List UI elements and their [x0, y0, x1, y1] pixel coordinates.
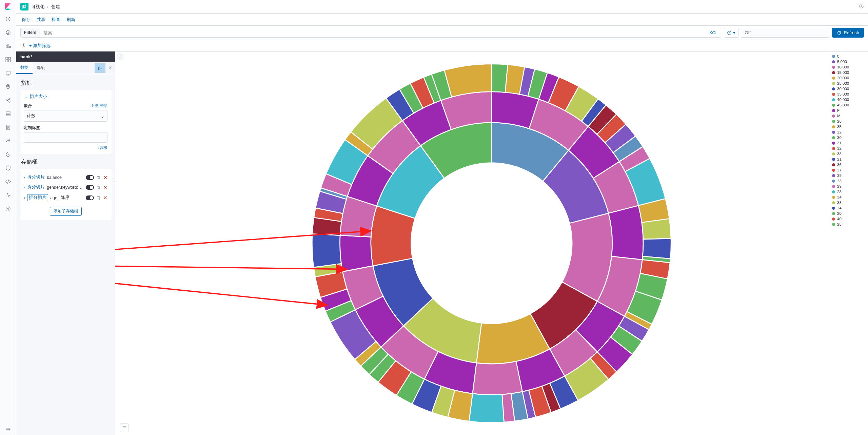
svg-rect-4	[6, 60, 8, 62]
advanced-toggle[interactable]: › 高级	[98, 145, 107, 150]
bucket-remove-icon[interactable]: ✕	[103, 195, 107, 201]
discard-changes-button[interactable]: ✕	[105, 65, 115, 70]
legend-item[interactable]: 30,000	[832, 87, 867, 91]
legend-item[interactable]: 30	[832, 136, 867, 140]
nav-siem-icon[interactable]	[3, 163, 14, 173]
chevron-right-icon[interactable]: ›	[24, 185, 25, 190]
nav-visualize-icon[interactable]	[3, 41, 14, 51]
nav-recent-icon[interactable]	[3, 14, 14, 24]
apply-changes-button[interactable]: ▷	[95, 63, 105, 73]
legend-label: 32	[837, 146, 842, 150]
nav-infra-icon[interactable]	[3, 108, 14, 119]
nav-ml-icon[interactable]	[3, 95, 14, 106]
kibana-logo[interactable]	[4, 3, 12, 11]
nav-uptime-icon[interactable]	[3, 149, 14, 160]
legend-item[interactable]: 35	[832, 125, 867, 129]
legend-item[interactable]: 15,000	[832, 70, 867, 75]
bucket-type[interactable]: 拆分切片	[27, 184, 45, 190]
aggregation-label: 聚合	[24, 103, 32, 109]
drag-handle-icon[interactable]: ⇅	[97, 185, 101, 190]
chevron-right-icon[interactable]: ›	[24, 195, 25, 200]
action-refresh[interactable]: 刷新	[66, 17, 75, 23]
buckets-card: ⋮ ›拆分切片balance⇅✕›拆分切片gender.keyword:...⇅…	[20, 169, 112, 220]
legend-item[interactable]: 34	[832, 195, 867, 199]
legend-item[interactable]: 26	[832, 119, 867, 123]
legend-item[interactable]: 35,000	[832, 92, 867, 96]
bucket-remove-icon[interactable]: ✕	[103, 185, 107, 190]
action-share[interactable]: 共享	[37, 17, 45, 23]
add-filter-link[interactable]: + 添加筛选	[29, 43, 51, 49]
legend-item[interactable]: 29	[832, 184, 867, 188]
nav-devtools-icon[interactable]	[3, 176, 14, 187]
legend-item[interactable]: F	[832, 108, 867, 112]
fullscreen-icon[interactable]	[859, 3, 864, 10]
legend-item[interactable]: 40,000	[832, 98, 867, 102]
timepicker-range[interactable]: Off	[741, 28, 829, 38]
legend-color-swatch	[832, 180, 835, 183]
legend-item[interactable]: 21	[832, 157, 867, 161]
nav-canvas-icon[interactable]	[3, 68, 14, 79]
filter-settings-icon[interactable]	[21, 43, 26, 48]
nav-discover-icon[interactable]	[3, 27, 14, 38]
bucket-remove-icon[interactable]: ✕	[103, 175, 107, 180]
metric-accordion-toggle[interactable]: ⌄ 切片大小	[24, 94, 107, 100]
nav-monitoring-icon[interactable]	[3, 190, 14, 201]
legend-item[interactable]: 38	[832, 152, 867, 156]
search-input[interactable]	[40, 28, 706, 37]
legend-item[interactable]: 20,000	[832, 76, 867, 80]
action-inspect[interactable]: 检查	[52, 17, 60, 23]
legend-item[interactable]: 33	[832, 201, 867, 205]
nav-dashboard-icon[interactable]	[3, 54, 14, 65]
legend-item[interactable]: 20	[832, 211, 867, 215]
bucket-row: ›拆分切片age:降序⇅✕	[24, 192, 107, 203]
legend-item[interactable]: 45,000	[832, 103, 867, 107]
nav-apm-icon[interactable]	[3, 136, 14, 146]
drag-handle-icon[interactable]: ⇅	[97, 175, 101, 180]
add-sub-bucket-button[interactable]: 添加子存储桶	[50, 207, 82, 216]
legend-item[interactable]: 5,000	[832, 60, 867, 64]
bucket-more-icon[interactable]: ⋮	[112, 177, 115, 182]
nav-maps-icon[interactable]	[3, 81, 14, 92]
drag-handle-icon[interactable]: ⇅	[97, 195, 101, 201]
legend-item[interactable]: 22	[832, 130, 867, 134]
legend-item[interactable]: 39	[832, 173, 867, 178]
aggregation-help-link[interactable]: 计数 帮助	[92, 103, 107, 108]
bucket-enable-toggle[interactable]	[86, 195, 94, 200]
legend-color-swatch	[832, 109, 835, 112]
legend-item[interactable]: 25	[832, 222, 867, 226]
kql-toggle[interactable]: KQL	[706, 30, 721, 35]
action-save[interactable]: 保存	[22, 17, 31, 23]
legend-item[interactable]: M	[832, 114, 867, 118]
timepicker-button[interactable]: ▾	[724, 28, 738, 38]
tab-options[interactable]: 选项	[33, 62, 49, 74]
legend-item[interactable]: 31	[832, 141, 867, 145]
legend-item[interactable]: 23	[832, 179, 867, 183]
legend-item[interactable]: 32	[832, 146, 867, 150]
refresh-button[interactable]: Refresh	[832, 28, 864, 38]
legend-item[interactable]: 0	[832, 54, 867, 58]
legend-item[interactable]: 24	[832, 206, 867, 210]
legend-item[interactable]: 28	[832, 190, 867, 194]
sunburst-chart[interactable]	[115, 51, 831, 435]
bucket-enable-toggle[interactable]	[86, 185, 94, 190]
legend-item[interactable]: 25,000	[832, 81, 867, 85]
legend-item[interactable]: 27	[832, 168, 867, 172]
bucket-enable-toggle[interactable]	[86, 175, 94, 180]
legend-color-swatch	[832, 174, 835, 177]
viz-table-toggle[interactable]	[120, 423, 129, 432]
custom-label-input[interactable]	[24, 132, 107, 143]
legend-color-swatch	[832, 104, 835, 107]
filters-label[interactable]: Filters	[20, 28, 40, 38]
nav-collapse-icon[interactable]	[3, 424, 14, 435]
aggregation-select[interactable]: 计数 ⌄	[24, 110, 107, 122]
legend-item[interactable]: 10,000	[832, 65, 867, 69]
breadcrumb-visualize[interactable]: 可视化	[31, 4, 44, 10]
bucket-type[interactable]: 拆分切片	[27, 174, 45, 180]
legend-item[interactable]: 36	[832, 163, 867, 167]
nav-management-icon[interactable]	[3, 203, 14, 214]
nav-logs-icon[interactable]	[3, 122, 14, 133]
tab-data[interactable]: 数据	[16, 62, 33, 74]
legend-item[interactable]: 40	[832, 217, 867, 221]
bucket-type[interactable]: 拆分切片	[27, 194, 48, 201]
chevron-right-icon[interactable]: ›	[24, 175, 25, 180]
